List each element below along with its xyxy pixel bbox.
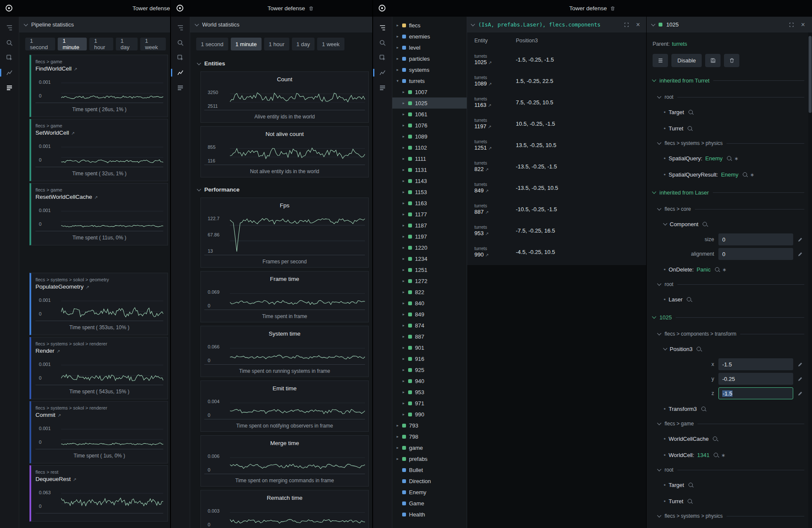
parent-link[interactable]: turrets (672, 41, 687, 47)
stats-panel-icon[interactable] (5, 83, 14, 92)
tree-item[interactable]: ▸ 1143 (392, 175, 467, 186)
time-range-button[interactable]: 1 second (25, 38, 55, 50)
open-link-icon[interactable] (485, 166, 488, 172)
expand-arrow-icon[interactable]: ▸ (403, 134, 408, 139)
expand-arrow-icon[interactable]: ▸ (403, 156, 408, 161)
trash-icon[interactable] (610, 6, 616, 12)
expand-arrow-icon[interactable]: ▸ (403, 412, 408, 416)
expand-icon[interactable] (623, 21, 630, 29)
tree-item[interactable]: ▸ 1197 (392, 231, 467, 242)
tree-item[interactable]: ▸ 1153 (392, 186, 467, 198)
expand-arrow-icon[interactable]: ▸ (397, 45, 402, 50)
expand-arrow-icon[interactable]: ▸ (403, 323, 408, 327)
open-link-icon[interactable] (485, 187, 488, 194)
query-result-row[interactable]: turrets 887 -10.5, -0.25, -1.5 (467, 198, 646, 220)
edit-icon[interactable] (795, 376, 804, 382)
trash-icon[interactable] (308, 6, 314, 12)
collapse-icon[interactable] (471, 22, 475, 26)
collapse-icon[interactable] (652, 190, 656, 194)
tree-item[interactable]: ▸ 990 (392, 409, 467, 420)
expand-arrow-icon[interactable]: ▸ (403, 368, 408, 372)
tree-item[interactable]: ▾ turrets (392, 75, 467, 86)
expand-arrow-icon[interactable]: ▸ (403, 190, 408, 194)
query-expression-input[interactable]: (IsA, prefabs.Laser), flecs.components (478, 21, 619, 28)
tree-panel-icon[interactable] (5, 24, 14, 32)
time-range-button[interactable]: 1 week (140, 38, 166, 50)
tree-item[interactable]: ▸ 887 (392, 331, 467, 342)
scope-flecs-game[interactable]: flecs > game (653, 417, 804, 431)
component-row[interactable]: Target (653, 104, 804, 120)
group-inherited-from-turret[interactable]: inherited from Turret (653, 71, 804, 90)
scope-physics[interactable]: flecs > systems > physics (653, 136, 804, 150)
collapse-icon[interactable] (195, 22, 199, 26)
tree-item[interactable]: ▸ 1220 (392, 242, 467, 253)
expand-arrow-icon[interactable]: ▸ (403, 90, 408, 94)
component-row[interactable]: Turret (653, 493, 804, 509)
expand-arrow-icon[interactable]: ▸ (403, 334, 408, 339)
group-entity-1025[interactable]: 1025 (653, 307, 804, 327)
collapse-icon[interactable] (652, 78, 656, 82)
value-input[interactable]: -1.5 (718, 358, 793, 370)
magnifier-icon[interactable] (743, 172, 747, 177)
expand-arrow-icon[interactable]: ▸ (403, 257, 408, 261)
expand-arrow-icon[interactable]: ▸ (403, 312, 408, 316)
query-result-row[interactable]: turrets 1089 1.5, -0.25, 22.5 (467, 70, 646, 91)
component-row[interactable]: Laser (653, 291, 804, 307)
time-range-button[interactable]: 1 day (292, 38, 315, 50)
component-row[interactable]: SpatialQuery:Enemy (653, 150, 804, 166)
collapse-icon[interactable] (657, 421, 662, 425)
close-icon[interactable] (634, 21, 642, 29)
tree-item[interactable]: ▸ 901 (392, 342, 467, 353)
entity-id-link[interactable]: 887 (474, 209, 484, 215)
expand-arrow-icon[interactable]: ▸ (403, 345, 408, 350)
tree-panel-icon[interactable] (176, 24, 185, 32)
tree-item[interactable]: ▸ 1102 (392, 142, 467, 153)
expand-arrow-icon[interactable]: ▸ (397, 423, 402, 428)
select-entity-icon[interactable] (378, 53, 387, 62)
tree-panel-icon[interactable] (378, 24, 387, 32)
expand-arrow-icon[interactable]: ▸ (403, 223, 408, 227)
collapse-icon[interactable] (197, 187, 201, 191)
time-range-button[interactable]: 1 second (196, 38, 228, 50)
expand-arrow-icon[interactable]: ▸ (397, 68, 402, 72)
scope-root[interactable]: root (653, 90, 804, 104)
time-range-button[interactable]: 1 hour (264, 38, 289, 50)
expand-arrow-icon[interactable]: ▸ (403, 212, 408, 216)
collapse-icon[interactable] (657, 94, 662, 99)
tree-item[interactable]: ▸ 1089 (392, 131, 467, 142)
entity-id-link[interactable]: 822 (474, 166, 484, 172)
scope-root[interactable]: root (653, 463, 804, 477)
tree-item[interactable]: Health (392, 509, 467, 520)
open-link-icon[interactable] (488, 59, 492, 65)
open-link-icon[interactable] (485, 251, 488, 258)
value-input[interactable]: -0.25 (718, 373, 793, 385)
scope-flecs-core[interactable]: flecs > core (653, 202, 804, 216)
collapse-icon[interactable] (657, 467, 662, 472)
disable-button[interactable]: Disable (671, 54, 702, 67)
component-row[interactable]: WorldCell:1341 (653, 447, 804, 463)
system-name[interactable]: PopulateGeometry (35, 283, 84, 290)
tree-item[interactable]: ▸ game (392, 442, 467, 453)
expand-arrow-icon[interactable]: ▸ (403, 123, 408, 127)
search-icon[interactable] (5, 38, 14, 47)
expand-arrow-icon[interactable]: ▸ (403, 268, 408, 272)
query-result-row[interactable]: turrets 1251 13.5, -0.25, 10.5 (467, 134, 646, 156)
expand-arrow-icon[interactable]: ▸ (403, 290, 408, 294)
collapse-icon[interactable] (652, 315, 656, 319)
time-range-button[interactable]: 1 hour (89, 38, 113, 50)
expand-arrow-icon[interactable]: ▸ (403, 245, 408, 250)
expand-arrow-icon[interactable]: ▸ (403, 201, 408, 205)
component-row[interactable]: Turret (653, 120, 804, 136)
search-icon[interactable] (176, 38, 185, 47)
open-link-icon[interactable] (485, 230, 488, 236)
expand-arrow-icon[interactable]: ▸ (403, 234, 408, 239)
expand-arrow-icon[interactable]: ▸ (403, 279, 408, 283)
tree-item[interactable]: ▸ systems (392, 64, 467, 75)
tree-item[interactable]: ▸ 1163 (392, 198, 467, 209)
open-link-icon[interactable] (94, 194, 98, 200)
tree-item[interactable]: Bullet (392, 464, 467, 475)
system-name[interactable]: FindWorldCell (35, 65, 72, 72)
collapse-icon[interactable] (663, 346, 668, 351)
tree-item[interactable]: ▸ 874 (392, 320, 467, 331)
entity-id-link[interactable]: 1251 (474, 145, 487, 151)
